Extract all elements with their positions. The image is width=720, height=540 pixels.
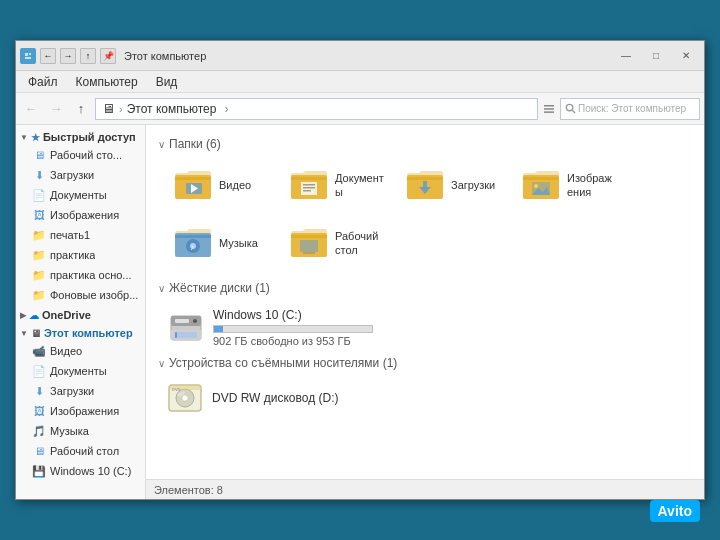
images2-icon: 🖼 [32,404,46,418]
sidebar-desktop-label: Рабочий сто... [50,149,122,161]
sidebar-item-desktop2[interactable]: 🖥 Рабочий стол [16,441,145,461]
sidebar-item-desktop[interactable]: 🖥 Рабочий сто... [16,145,145,165]
svg-line-8 [572,110,575,113]
sidebar-item-documents[interactable]: 📄 Документы [16,185,145,205]
svg-rect-31 [175,332,177,338]
svg-rect-13 [303,187,315,189]
svg-rect-4 [544,105,554,107]
music-folder-icon: ♪ [173,225,213,261]
folder-item-documents[interactable]: Документы [282,159,392,211]
menu-file[interactable]: Файл [20,72,66,92]
window-title: Этот компьютер [124,50,206,62]
svg-rect-27 [175,319,189,323]
avito-label: Avito [658,503,692,519]
forward-button[interactable]: → [45,98,67,120]
svg-rect-3 [25,57,31,59]
tb-forward-btn[interactable]: → [60,48,76,64]
quick-access-header[interactable]: ▼ ★ Быстрый доступ [16,129,145,145]
folder-item-music[interactable]: ♪ Музыка [166,217,276,269]
disk-item-win10c[interactable]: Windows 10 (C:) 902 ГБ свободно из 953 Г… [158,303,692,352]
search-placeholder: Поиск: Этот компьютер [578,103,686,114]
sidebar-item-practice-base[interactable]: 📁 практика осно... [16,265,145,285]
tb-back-btn[interactable]: ← [40,48,56,64]
search-box[interactable]: Поиск: Этот компьютер [560,98,700,120]
sidebar-item-images2[interactable]: 🖼 Изображения [16,401,145,421]
sidebar-item-downloads2[interactable]: ⬇ Загрузки [16,381,145,401]
disk-info-win10c: Windows 10 (C:) 902 ГБ свободно из 953 Г… [213,308,683,347]
dvd-item[interactable]: DVD DVD RW дисковод (D:) [158,378,692,418]
statusbar: Элементов: 8 [146,479,704,499]
svg-rect-30 [175,332,197,338]
svg-point-34 [182,395,188,401]
sidebar-docs2-label: Документы [50,365,107,377]
ribbon-toggle[interactable] [541,98,557,120]
folders-section-header: Папки (6) [158,137,692,151]
back-button[interactable]: ← [20,98,42,120]
sidebar-item-win10c[interactable]: 💾 Windows 10 (C:) [16,461,145,481]
sidebar-bg-images-label: Фоновые изобр... [50,289,138,301]
downloads2-icon: ⬇ [32,384,46,398]
folder-item-downloads[interactable]: Загрузки [398,159,508,211]
folder-item-desktop[interactable]: Рабочий стол [282,217,392,269]
sidebar-images-label: Изображения [50,209,119,221]
sidebar-item-video[interactable]: 📹 Видео [16,341,145,361]
folder-item-images[interactable]: Изображения [514,159,624,211]
status-text: Элементов: 8 [154,484,223,496]
toolbar: ← → ↑ 🖥 › Этот компьютер › Поиск: Этот к… [16,93,704,125]
images-folder-label: Изображения [567,171,617,200]
onedrive-arrow: ▶ [20,311,26,320]
downloads-folder-label: Загрузки [451,178,495,192]
close-button[interactable]: ✕ [672,46,700,66]
svg-rect-23 [300,240,318,252]
disk-bar-fill [214,326,223,332]
removable-section-label: Устройства со съёмными носителями (1) [169,356,397,370]
menu-computer[interactable]: Компьютер [68,72,146,92]
svg-rect-5 [544,108,554,110]
removable-section-header: Устройства со съёмными носителями (1) [158,356,692,370]
sidebar: ▼ ★ Быстрый доступ 🖥 Рабочий сто... ⬇ За… [16,125,146,499]
address-text: Этот компьютер [127,102,217,116]
sidebar-item-bg-images[interactable]: 📁 Фоновые изобр... [16,285,145,305]
search-icon [565,103,576,114]
menubar: Файл Компьютер Вид [16,71,704,93]
sidebar-music-label: Музыка [50,425,89,437]
this-computer-label: Этот компьютер [44,327,133,339]
maximize-button[interactable]: □ [642,46,670,66]
sidebar-item-music[interactable]: 🎵 Музыка [16,421,145,441]
sidebar-item-docs2[interactable]: 📄 Документы [16,361,145,381]
folder-item-video[interactable]: Видео [166,159,276,211]
sidebar-downloads2-label: Загрузки [50,385,94,397]
video-folder-icon [173,167,213,203]
svg-rect-1 [25,53,28,56]
print1-icon: 📁 [32,228,46,242]
svg-point-18 [534,184,538,188]
svg-rect-16 [423,181,427,189]
tb-up-btn[interactable]: ↑ [80,48,96,64]
minimize-button[interactable]: — [612,46,640,66]
tb-pin-btn[interactable]: 📌 [100,48,116,64]
desktop-folder-icon [289,225,329,261]
quick-access-arrow: ▼ [20,133,28,142]
this-computer-header[interactable]: ▼ 🖥 Этот компьютер [16,325,145,341]
sidebar-item-print1[interactable]: 📁 печать1 [16,225,145,245]
desktop2-icon: 🖥 [32,444,46,458]
disks-section-header: Жёсткие диски (1) [158,281,692,295]
practice-icon: 📁 [32,248,46,262]
onedrive-header[interactable]: ▶ ☁ OneDrive [16,307,145,323]
sidebar-images2-label: Изображения [50,405,119,417]
disk-icon-win10c [167,312,205,344]
up-button[interactable]: ↑ [70,98,92,120]
sidebar-practice-base-label: практика осно... [50,269,132,281]
docs2-icon: 📄 [32,364,46,378]
sidebar-item-practice[interactable]: 📁 практика [16,245,145,265]
sidebar-desktop2-label: Рабочий стол [50,445,119,457]
avito-badge: Avito [650,500,700,522]
sidebar-print1-label: печать1 [50,229,90,241]
address-bar[interactable]: 🖥 › Этот компьютер › [95,98,538,120]
sidebar-item-downloads[interactable]: ⬇ Загрузки [16,165,145,185]
sidebar-item-images[interactable]: 🖼 Изображения [16,205,145,225]
desktop-folder-label: Рабочий стол [335,229,385,258]
sidebar-win10c-label: Windows 10 (C:) [50,465,131,477]
address-separator: › [119,103,123,115]
menu-view[interactable]: Вид [148,72,186,92]
